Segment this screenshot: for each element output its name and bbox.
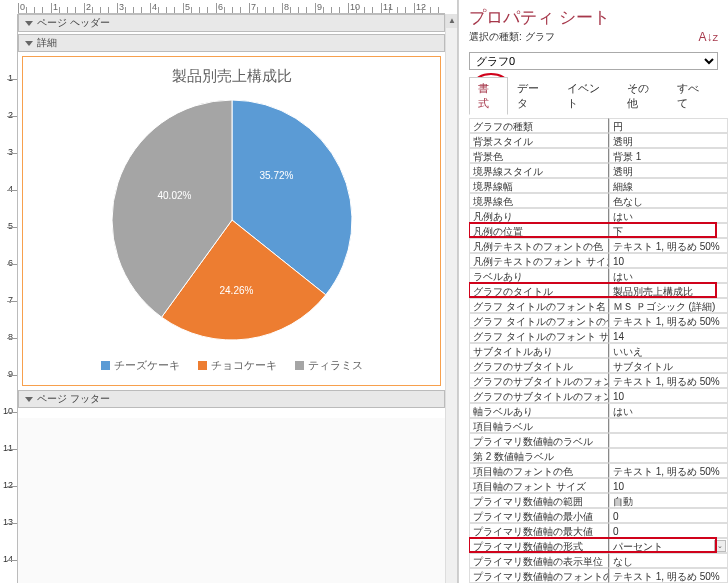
property-value[interactable]: いいえ — [609, 343, 728, 358]
property-label: 項目軸のフォント サイズ — [469, 478, 609, 493]
property-label: 項目軸のフォントの色 — [469, 463, 609, 478]
property-value[interactable]: パーセント⌄ — [609, 538, 728, 553]
property-row[interactable]: 凡例テキストのフォント サイズ10 — [469, 253, 728, 268]
property-value[interactable]: 下 — [609, 223, 728, 238]
property-row[interactable]: 境界線スタイル透明 — [469, 163, 728, 178]
property-row[interactable]: グラフの種類円 — [469, 118, 728, 133]
design-surface[interactable]: 0123456789101112 1234567891011121314 ページ… — [0, 0, 458, 583]
property-row[interactable]: 境界線幅細線 — [469, 178, 728, 193]
property-label: グラフ タイトルのフォントの色 — [469, 313, 609, 328]
legend-swatch — [101, 361, 110, 370]
property-value[interactable]: サブタイトル — [609, 358, 728, 373]
sort-button[interactable]: A↓Z — [698, 30, 718, 44]
detail-band[interactable]: 詳細 — [18, 34, 445, 52]
vertical-scrollbar[interactable]: ▲ — [445, 14, 457, 583]
property-value[interactable] — [609, 448, 728, 463]
property-row[interactable]: 項目軸のフォントの色テキスト 1, 明るめ 50% — [469, 463, 728, 478]
property-row[interactable]: プライマリ数値軸の範囲自動 — [469, 493, 728, 508]
property-label: 境界線幅 — [469, 178, 609, 193]
scroll-up-icon[interactable]: ▲ — [446, 14, 458, 28]
property-row[interactable]: 背景スタイル透明 — [469, 133, 728, 148]
property-value[interactable]: 10 — [609, 388, 728, 403]
property-row[interactable]: 凡例ありはい — [469, 208, 728, 223]
property-value[interactable]: テキスト 1, 明るめ 50% — [609, 313, 728, 328]
property-value[interactable]: 10 — [609, 253, 728, 268]
property-row[interactable]: グラフのサブタイトルサブタイトル — [469, 358, 728, 373]
property-label: グラフ タイトルのフォント サイズ — [469, 328, 609, 343]
page-footer-band[interactable]: ページ フッター — [18, 390, 445, 408]
property-value[interactable]: テキスト 1, 明るめ 50% — [609, 238, 728, 253]
property-row[interactable]: 項目軸のフォント サイズ10 — [469, 478, 728, 493]
property-value[interactable]: 背景 1 — [609, 148, 728, 163]
property-label: グラフのサブタイトルのフォントの色 — [469, 373, 609, 388]
tab-0[interactable]: 書式 — [469, 77, 508, 115]
property-value[interactable]: テキスト 1, 明るめ 50% — [609, 373, 728, 388]
chart-control[interactable]: 製品別売上構成比 35.72% 24.26% 40.02% チーズケーキチョコケ… — [22, 56, 441, 386]
property-value[interactable] — [609, 433, 728, 448]
dropdown-icon[interactable]: ⌄ — [714, 540, 726, 552]
property-value[interactable]: 10 — [609, 478, 728, 493]
property-value[interactable]: 0 — [609, 523, 728, 538]
data-label: 40.02% — [158, 190, 192, 201]
property-tabs: 書式データイベントその他すべて — [469, 76, 718, 115]
property-value[interactable]: 透明 — [609, 163, 728, 178]
property-row[interactable]: グラフのサブタイトルのフォントの色テキスト 1, 明るめ 50% — [469, 373, 728, 388]
property-value[interactable] — [609, 418, 728, 433]
property-value[interactable]: ＭＳ Ｐゴシック (詳細) — [609, 298, 728, 313]
property-value[interactable]: はい — [609, 208, 728, 223]
property-row[interactable]: プライマリ数値軸の表示単位なし — [469, 553, 728, 568]
page-header-band[interactable]: ページ ヘッダー — [18, 14, 445, 32]
property-value[interactable]: 細線 — [609, 178, 728, 193]
tab-1[interactable]: データ — [508, 77, 558, 115]
property-grid[interactable]: ▲ グラフの種類円背景スタイル透明背景色背景 1境界線スタイル透明境界線幅細線境… — [469, 118, 728, 583]
property-row[interactable]: 第 2 数値軸ラベル — [469, 448, 728, 463]
property-value[interactable]: 0 — [609, 508, 728, 523]
property-label: プライマリ数値軸の範囲 — [469, 493, 609, 508]
property-row[interactable]: 軸ラベルありはい — [469, 403, 728, 418]
property-row[interactable]: 項目軸ラベル — [469, 418, 728, 433]
property-value[interactable]: 自動 — [609, 493, 728, 508]
chart-legend: チーズケーキチョコケーキティラミス — [27, 358, 436, 373]
property-value[interactable]: 14 — [609, 328, 728, 343]
property-row[interactable]: 凡例テキストのフォントの色テキスト 1, 明るめ 50% — [469, 238, 728, 253]
property-label: 凡例テキストのフォントの色 — [469, 238, 609, 253]
property-label: 境界線色 — [469, 193, 609, 208]
report-canvas[interactable]: ページ ヘッダー 詳細 製品別売上構成比 35.72% 24.26% 40.02… — [18, 14, 445, 583]
tab-4[interactable]: すべて — [668, 77, 718, 115]
property-row[interactable]: プライマリ数値軸の形式パーセント⌄ — [469, 538, 728, 553]
ruler-horizontal: 0123456789101112 — [18, 0, 445, 14]
tab-2[interactable]: イベント — [558, 77, 618, 115]
band-label: ページ ヘッダー — [37, 16, 110, 30]
property-value[interactable]: テキスト 1, 明るめ 50% — [609, 568, 728, 583]
property-row[interactable]: 境界線色色なし — [469, 193, 728, 208]
property-row[interactable]: サブタイトルありいいえ — [469, 343, 728, 358]
property-row[interactable]: プライマリ数値軸のラベル — [469, 433, 728, 448]
tab-3[interactable]: その他 — [618, 77, 668, 115]
property-row[interactable]: ラベルありはい — [469, 268, 728, 283]
legend-swatch — [295, 361, 304, 370]
property-row[interactable]: グラフのタイトル製品別売上構成比 — [469, 283, 728, 298]
property-row[interactable]: 背景色背景 1 — [469, 148, 728, 163]
property-value[interactable]: はい — [609, 268, 728, 283]
property-value[interactable]: なし — [609, 553, 728, 568]
property-label: 凡例テキストのフォント サイズ — [469, 253, 609, 268]
property-label: プライマリ数値軸の最小値 — [469, 508, 609, 523]
legend-swatch — [198, 361, 207, 370]
legend-label: チーズケーキ — [114, 358, 180, 373]
property-row[interactable]: プライマリ数値軸の最小値0 — [469, 508, 728, 523]
property-value[interactable]: テキスト 1, 明るめ 50% — [609, 463, 728, 478]
property-value[interactable]: 製品別売上構成比 — [609, 283, 728, 298]
property-row[interactable]: プライマリ数値軸のフォントの色テキスト 1, 明るめ 50% — [469, 568, 728, 583]
property-value[interactable]: 透明 — [609, 133, 728, 148]
property-value[interactable]: はい — [609, 403, 728, 418]
property-label: 背景スタイル — [469, 133, 609, 148]
object-selector[interactable]: グラフ0 — [469, 52, 718, 70]
property-value[interactable]: 円 — [609, 118, 728, 133]
property-row[interactable]: グラフ タイトルのフォント サイズ14 — [469, 328, 728, 343]
property-row[interactable]: グラフのサブタイトルのフォント サイズ10 — [469, 388, 728, 403]
property-row[interactable]: 凡例の位置下 — [469, 223, 728, 238]
property-value[interactable]: 色なし — [609, 193, 728, 208]
property-row[interactable]: グラフ タイトルのフォントの色テキスト 1, 明るめ 50% — [469, 313, 728, 328]
property-row[interactable]: プライマリ数値軸の最大値0 — [469, 523, 728, 538]
property-row[interactable]: グラフ タイトルのフォント名ＭＳ Ｐゴシック (詳細) — [469, 298, 728, 313]
